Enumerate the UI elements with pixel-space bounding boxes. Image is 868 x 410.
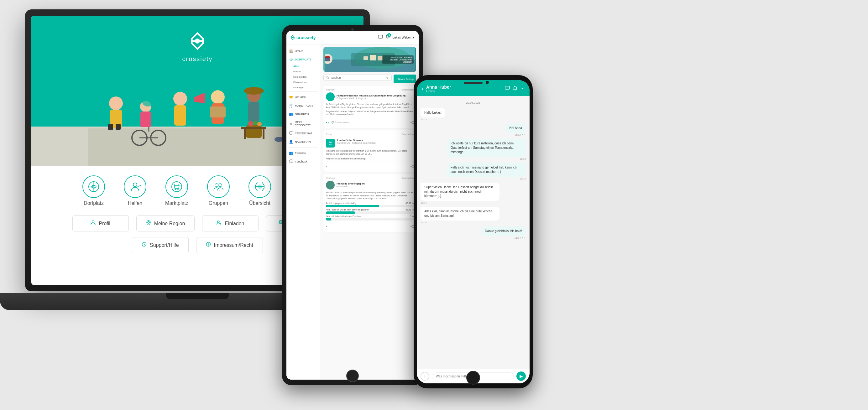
sidebar-neuigkeiten[interactable]: Neuigkeiten bbox=[286, 74, 320, 80]
back-button[interactable]: ‹ bbox=[422, 86, 424, 92]
nav-gruppen[interactable]: Gruppen bbox=[207, 176, 230, 206]
svg-point-48 bbox=[172, 182, 182, 192]
svg-point-115 bbox=[411, 166, 412, 167]
sidebar-diskussionen[interactable]: Diskussionen bbox=[286, 80, 320, 85]
nav-marktplatz[interactable]: Marktplatz bbox=[165, 176, 188, 206]
event-like-action[interactable]: ♥ bbox=[326, 165, 327, 167]
post-3-info: Freiwillig und engagiert 6 Antworten bbox=[337, 182, 365, 188]
phone-device: ‹ Anna Huber Online bbox=[414, 75, 533, 388]
sidebar-umfragen[interactable]: Umfragen bbox=[286, 85, 320, 90]
poll-like-action[interactable]: ♥ bbox=[326, 225, 327, 228]
post-3-footer: ♥ bbox=[326, 222, 414, 229]
svg-line-55 bbox=[255, 183, 257, 185]
chat-send-button[interactable]: ▶ bbox=[517, 372, 526, 381]
read-tick: ✓✓ bbox=[521, 133, 526, 136]
msg-7-time: 11:14 ✓✓ bbox=[515, 236, 526, 239]
nav-helfen-label: Helfen bbox=[128, 200, 142, 206]
msg-3-time: 11:13 bbox=[520, 158, 526, 160]
svg-rect-108 bbox=[387, 78, 388, 79]
helfen-sidebar-icon: 🤝 bbox=[289, 95, 293, 99]
chat-msg-3: Ich wollte dir nur kurz mitteilen, dass … bbox=[447, 139, 526, 157]
tablet-dropdown-icon: ▼ bbox=[412, 36, 415, 39]
post-2-footer: ♥ bbox=[326, 162, 414, 169]
svg-rect-29 bbox=[210, 106, 226, 118]
svg-point-34 bbox=[248, 121, 253, 126]
phone-messages-icon[interactable] bbox=[505, 86, 510, 92]
post-2-section: Event Bearbeiten bbox=[326, 133, 414, 136]
nav-dorfplatz-label: Dorfplatz bbox=[84, 200, 104, 206]
meine-region-button[interactable]: Meine Region bbox=[136, 216, 195, 231]
svg-point-67 bbox=[148, 221, 150, 223]
tablet-notifications-icon[interactable]: 1 bbox=[385, 34, 390, 41]
new-post-button[interactable]: + Neuer Beitrag bbox=[394, 74, 416, 83]
home-icon: 🏠 bbox=[289, 49, 293, 53]
sidebar-dorfplatz[interactable]: DORFPLATZ bbox=[286, 56, 320, 64]
post-3-section: Umfrage Bearbeiten bbox=[326, 177, 414, 180]
svg-rect-103 bbox=[325, 56, 330, 58]
event-share-icon[interactable] bbox=[410, 163, 414, 169]
sidebar-mein-crossiety[interactable]: ✕ MEIN CROSSIETY bbox=[286, 118, 320, 129]
like-action[interactable]: ♥ 3 bbox=[326, 122, 329, 124]
chat-add-button[interactable]: + bbox=[421, 372, 429, 381]
svg-rect-39 bbox=[262, 129, 265, 139]
tablet-top-bar: crossiety bbox=[286, 31, 418, 44]
event-item: 26 Jun Lauftreffe im Sommer Sa 09:00 Uhr… bbox=[326, 137, 414, 149]
phone-notifications-icon[interactable] bbox=[513, 86, 517, 92]
sidebar-alles[interactable]: Alles bbox=[286, 64, 320, 69]
svg-line-58 bbox=[262, 188, 264, 191]
tablet-body: 🏠 HOME DORFPLATZ bbox=[286, 44, 418, 380]
tablet-home-button[interactable] bbox=[346, 370, 359, 382]
svg-rect-100 bbox=[364, 56, 368, 60]
share-icon[interactable] bbox=[410, 120, 414, 125]
phone-more-icon[interactable]: ··· bbox=[521, 86, 525, 92]
sidebar-marktplatz[interactable]: 🛒 MARKTPLATZ bbox=[286, 101, 320, 110]
sidebar-helfen[interactable]: 🤝 HELFEN bbox=[286, 93, 320, 101]
svg-rect-86 bbox=[378, 35, 382, 38]
post-1-section: Neuheit Bearbeiten bbox=[326, 88, 414, 91]
sidebar-einladen[interactable]: 👥 Einladen bbox=[286, 149, 320, 157]
notification-badge: 1 bbox=[387, 33, 391, 37]
message-row-5: Super vielen Dank! Den Dessert bringst d… bbox=[421, 183, 526, 204]
nav-uebersicht[interactable]: Übersicht bbox=[248, 176, 271, 206]
einladen-button[interactable]: Einladen bbox=[202, 216, 258, 231]
phone-speaker bbox=[464, 82, 483, 84]
tablet-messages-icon[interactable] bbox=[378, 35, 383, 40]
sidebar-nachbarn[interactable]: 👤 NACHBARN bbox=[286, 137, 320, 146]
msg-1-time: 11:12 bbox=[421, 118, 427, 121]
tablet-logo: crossiety bbox=[290, 35, 315, 40]
einladen-icon bbox=[217, 220, 221, 227]
sidebar-crosschat[interactable]: 💬 CROSSCHAT bbox=[286, 129, 320, 137]
nav-helfen[interactable]: Helfen bbox=[124, 176, 146, 206]
comment-action[interactable]: 💬 3 Kommentare bbox=[332, 121, 349, 124]
svg-line-47 bbox=[137, 185, 141, 187]
tablet-sidebar: 🏠 HOME DORFPLATZ bbox=[286, 44, 321, 380]
impressum-button[interactable]: i Impressum/Recht bbox=[196, 237, 263, 253]
svg-rect-12 bbox=[88, 128, 307, 166]
svg-rect-37 bbox=[241, 127, 266, 129]
svg-line-118 bbox=[411, 166, 412, 167]
svg-line-4 bbox=[192, 33, 197, 39]
sidebar-feedback[interactable]: 💬 Feedback bbox=[286, 157, 320, 166]
search-input[interactable] bbox=[331, 76, 384, 79]
poll-share-icon[interactable] bbox=[410, 224, 414, 229]
svg-text:?: ? bbox=[143, 243, 145, 246]
support-button[interactable]: ? Support/Hilfe bbox=[132, 237, 189, 253]
nachbarn-sidebar-icon: 👤 bbox=[289, 140, 293, 144]
nav-dorfplatz[interactable]: Dorfplatz bbox=[83, 176, 105, 206]
tablet-screen: crossiety bbox=[286, 31, 418, 380]
tablet-camera bbox=[351, 28, 354, 31]
sidebar-home[interactable]: 🏠 HOME bbox=[286, 47, 320, 56]
svg-point-31 bbox=[244, 87, 264, 95]
chat-date: 22.08.2021 bbox=[421, 101, 526, 104]
read-tick-2: ✓✓ bbox=[521, 236, 526, 239]
sidebar-events[interactable]: Events bbox=[286, 69, 320, 74]
sidebar-gruppen[interactable]: 👥 GRUPPEN bbox=[286, 110, 320, 118]
phone-home-button[interactable] bbox=[466, 371, 480, 385]
tablet-hero-banner: Willkommen auf dem digitalen Dorfplatz v… bbox=[323, 47, 416, 72]
sidebar-sep-1 bbox=[289, 91, 318, 92]
phone-frame: ‹ Anna Huber Online bbox=[414, 75, 533, 388]
profil-button[interactable]: Profil bbox=[72, 216, 129, 231]
svg-point-27 bbox=[211, 90, 225, 104]
phone-front-camera bbox=[486, 81, 489, 84]
svg-line-113 bbox=[411, 123, 412, 123]
